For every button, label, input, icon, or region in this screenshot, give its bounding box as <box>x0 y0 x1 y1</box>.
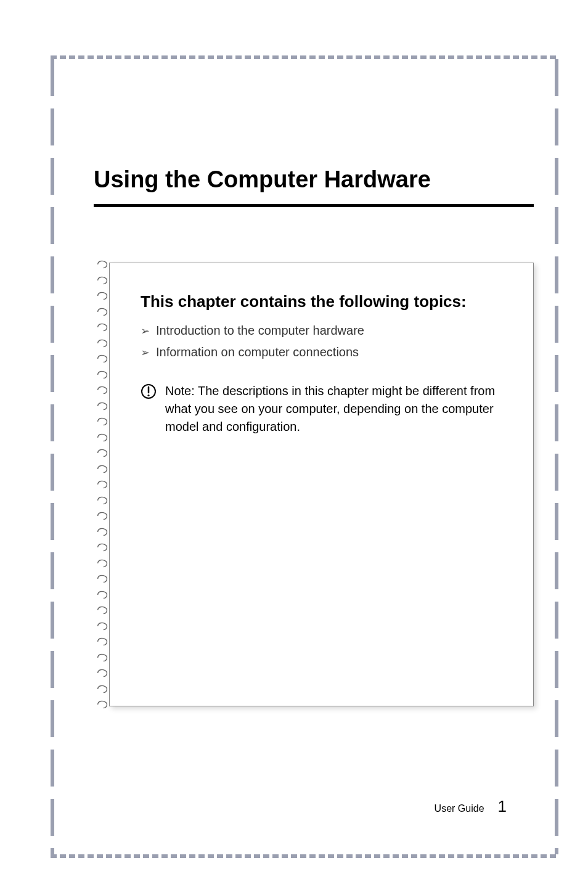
list-item-text: Introduction to the computer hardware <box>156 324 364 338</box>
info-box-wrapper: This chapter contains the following topi… <box>109 263 534 706</box>
bullet-arrow-icon: ➢ <box>141 324 150 339</box>
list-item-text: Information on computer connections <box>156 345 359 359</box>
info-box: This chapter contains the following topi… <box>109 263 534 706</box>
section-heading: This chapter contains the following topi… <box>141 291 508 313</box>
note-text: Note: The descriptions in this chapter m… <box>165 382 508 436</box>
page-footer: User Guide 1 <box>435 797 507 816</box>
note-label: Note: <box>165 384 195 398</box>
footer-label: User Guide <box>435 803 484 814</box>
page-content: Using the Computer Hardware <box>75 80 534 833</box>
note-body: The descriptions in this chapter might b… <box>165 384 495 433</box>
svg-point-2 <box>147 394 149 396</box>
list-item: ➢ Information on computer connections <box>141 345 508 361</box>
page-frame: Using the Computer Hardware <box>51 55 558 858</box>
page-number: 1 <box>498 797 507 816</box>
list-item: ➢ Introduction to the computer hardware <box>141 324 508 339</box>
note-block: Note: The descriptions in this chapter m… <box>141 382 508 436</box>
topic-list: ➢ Introduction to the computer hardware … <box>141 324 508 361</box>
border-right-segmented <box>555 59 558 854</box>
border-top-dashed <box>51 55 558 59</box>
bullet-arrow-icon: ➢ <box>141 345 150 361</box>
attention-icon <box>141 383 157 399</box>
border-bottom-dashed <box>51 854 558 858</box>
title-underline <box>94 204 534 207</box>
border-left-segmented <box>51 59 54 854</box>
chapter-title: Using the Computer Hardware <box>94 166 534 193</box>
spiral-binding-icon <box>96 258 114 711</box>
